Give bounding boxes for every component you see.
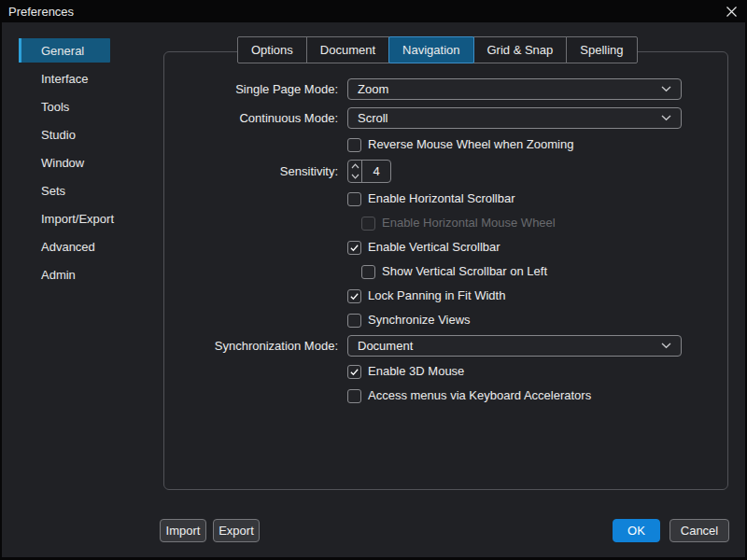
checkbox-icon[interactable] [347, 365, 361, 379]
checkbox-icon[interactable] [361, 265, 375, 279]
tab-label: Spelling [580, 43, 623, 57]
sidebar-item-admin[interactable]: Admin [19, 262, 110, 287]
sidebar-item-window[interactable]: Window [19, 150, 110, 175]
checkbox-icon[interactable] [347, 314, 361, 328]
checkbox-label: Reverse Mouse Wheel when Zooming [368, 137, 573, 152]
synchronization-mode-select[interactable]: Document [347, 335, 682, 357]
checkbox-label: Synchronize Views [368, 313, 471, 328]
sidebar-item-general[interactable]: General [19, 38, 110, 63]
export-button-label: Export [218, 524, 254, 538]
synchronization-mode-value: Document [358, 339, 661, 353]
enable-horizontal-mouse-wheel-checkbox-row: Enable Horizontal Mouse Wheel [361, 216, 556, 231]
checkbox-icon[interactable] [347, 389, 361, 403]
sidebar-item-tools[interactable]: Tools [19, 94, 110, 119]
checkbox-icon[interactable] [347, 138, 361, 152]
cancel-button-label: Cancel [681, 524, 718, 538]
sidebar-item-label: Sets [41, 184, 65, 198]
checkbox-icon[interactable] [347, 241, 361, 255]
synchronization-mode-label: Synchronization Mode: [168, 335, 338, 357]
tab-label: Navigation [402, 43, 459, 57]
checkbox-icon[interactable] [347, 289, 361, 303]
title-bar: Preferences [0, 0, 747, 22]
sidebar-item-label: General [41, 44, 84, 58]
tab-label: Document [320, 43, 375, 57]
tab-label: Options [251, 43, 293, 57]
sensitivity-value: 4 [362, 161, 390, 182]
chevron-up-icon[interactable] [351, 163, 359, 169]
chevron-down-icon [661, 343, 671, 349]
reverse-mouse-wheel-checkbox-row[interactable]: Reverse Mouse Wheel when Zooming [347, 137, 573, 152]
single-page-mode-value: Zoom [358, 82, 661, 96]
checkmark-icon [349, 367, 359, 377]
tab-label: Grid & Snap [487, 43, 554, 57]
checkmark-icon [349, 291, 359, 301]
checkbox-icon[interactable] [347, 192, 361, 206]
import-button[interactable]: Import [160, 519, 206, 542]
tab-navigation[interactable]: Navigation [388, 36, 473, 63]
selection-stripe [19, 38, 21, 63]
checkbox-icon [361, 217, 375, 231]
sensitivity-stepper[interactable]: 4 [347, 160, 391, 183]
chevron-down-icon [661, 86, 671, 92]
import-button-label: Import [166, 524, 201, 538]
sidebar-item-label: Window [41, 156, 84, 170]
sidebar-item-label: Admin [41, 268, 76, 282]
close-icon [726, 6, 738, 18]
sidebar-item-interface[interactable]: Interface [19, 66, 110, 91]
checkmark-icon [349, 243, 359, 253]
tab-options[interactable]: Options [237, 36, 307, 63]
continuous-mode-label: Continuous Mode: [168, 107, 338, 129]
stepper-buttons[interactable] [348, 161, 362, 182]
single-page-mode-select[interactable]: Zoom [347, 78, 682, 100]
synchronize-views-checkbox-row[interactable]: Synchronize Views [347, 313, 471, 328]
chevron-down-icon[interactable] [351, 174, 359, 179]
export-button[interactable]: Export [213, 519, 260, 542]
sensitivity-label: Sensitivity: [168, 160, 338, 183]
continuous-mode-select[interactable]: Scroll [347, 107, 682, 129]
sidebar-item-advanced[interactable]: Advanced [19, 234, 110, 259]
lock-panning-checkbox-row[interactable]: Lock Panning in Fit Width [347, 288, 505, 303]
access-menus-keyboard-checkbox-row[interactable]: Access menus via Keyboard Accelerators [347, 388, 591, 403]
cancel-button[interactable]: Cancel [669, 519, 729, 542]
continuous-mode-value: Scroll [358, 111, 661, 125]
tab-document[interactable]: Document [306, 36, 389, 63]
sidebar-item-import-export[interactable]: Import/Export [19, 206, 110, 231]
tab-grid-snap[interactable]: Grid & Snap [473, 36, 568, 63]
checkbox-label: Enable Horizontal Scrollbar [368, 191, 515, 206]
sidebar: General Interface Tools Studio Window Se… [19, 38, 110, 287]
chevron-down-icon [661, 115, 671, 121]
sidebar-item-studio[interactable]: Studio [19, 122, 110, 147]
sidebar-item-label: Advanced [41, 240, 95, 254]
ok-button[interactable]: OK [613, 519, 660, 542]
enable-3d-mouse-checkbox-row[interactable]: Enable 3D Mouse [347, 364, 464, 379]
sidebar-item-label: Studio [41, 128, 76, 142]
tab-bar: Options Document Navigation Grid & Snap … [237, 36, 638, 63]
checkbox-label: Enable Vertical Scrollbar [368, 240, 500, 255]
checkbox-label: Enable Horizontal Mouse Wheel [382, 216, 556, 231]
checkbox-label: Access menus via Keyboard Accelerators [368, 388, 591, 403]
single-page-mode-label: Single Page Mode: [168, 78, 338, 100]
enable-horizontal-scrollbar-checkbox-row[interactable]: Enable Horizontal Scrollbar [347, 191, 515, 206]
preferences-window: Preferences General Interface Tools Stud… [0, 0, 747, 560]
checkbox-label: Show Vertical Scrollbar on Left [382, 264, 547, 279]
close-button[interactable] [723, 4, 740, 20]
tab-spelling[interactable]: Spelling [566, 36, 637, 63]
show-vertical-scrollbar-left-checkbox-row[interactable]: Show Vertical Scrollbar on Left [361, 264, 547, 279]
sidebar-item-label: Interface [41, 72, 89, 86]
checkbox-label: Lock Panning in Fit Width [368, 288, 505, 303]
checkbox-label: Enable 3D Mouse [368, 364, 464, 379]
ok-button-label: OK [627, 524, 645, 538]
window-title: Preferences [8, 5, 74, 19]
enable-vertical-scrollbar-checkbox-row[interactable]: Enable Vertical Scrollbar [347, 240, 500, 255]
sidebar-item-label: Tools [41, 100, 69, 114]
sidebar-item-sets[interactable]: Sets [19, 178, 110, 203]
sidebar-item-label: Import/Export [41, 212, 114, 226]
